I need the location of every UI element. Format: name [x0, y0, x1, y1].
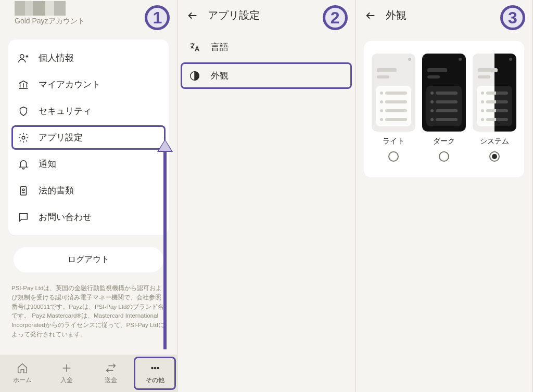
tab-label: 入金 [60, 376, 73, 385]
menu-item-notifications[interactable]: 通知 [8, 151, 169, 177]
pane-appearance: 3 外観 ライト ダーク システム [356, 0, 533, 392]
menu-item-app-settings[interactable]: アプリ設定 [8, 124, 169, 151]
back-icon[interactable] [187, 10, 198, 21]
user-icon [18, 53, 29, 64]
theme-preview-system [473, 54, 516, 132]
logout-button[interactable]: ログアウト [14, 247, 163, 272]
theme-option-dark[interactable]: ダーク [420, 54, 467, 162]
theme-option-light[interactable]: ライト [370, 54, 417, 162]
menu-item-personal[interactable]: 個人情報 [8, 45, 169, 71]
contrast-icon [189, 70, 200, 82]
theme-label: ライト [383, 137, 404, 146]
svg-point-0 [20, 54, 24, 58]
pane-account: 1 Gold Payzアカウント 個人情報 マイアカウント セキュリティ アプリ… [0, 0, 177, 392]
highlight-box [181, 62, 351, 89]
menu-item-label: セキュリティ [39, 105, 92, 117]
gear-icon [18, 132, 29, 143]
tab-send[interactable]: 送金 [88, 355, 133, 392]
settings-menu-card: 個人情報 マイアカウント セキュリティ アプリ設定 通知 法的書類 お問い合わせ [8, 40, 169, 236]
tab-deposit[interactable]: 入金 [44, 355, 88, 392]
step-badge-1: 1 [145, 5, 170, 30]
svg-point-5 [154, 367, 156, 369]
tab-label: 送金 [105, 376, 117, 385]
theme-preview-dark [422, 54, 466, 132]
radio-light[interactable] [388, 151, 399, 162]
transfer-icon [105, 362, 117, 374]
translate-icon [189, 42, 200, 53]
menu-item-security[interactable]: セキュリティ [8, 98, 169, 124]
plus-icon [61, 362, 72, 374]
svg-point-4 [151, 367, 153, 369]
settings-row-appearance[interactable]: 外観 [177, 61, 354, 90]
theme-label: ダーク [433, 137, 455, 146]
svg-point-1 [22, 136, 25, 139]
radio-system[interactable] [489, 151, 500, 162]
menu-item-label: 法的書類 [39, 185, 74, 197]
tab-more[interactable]: その他 [133, 355, 177, 392]
page-title: 外観 [386, 8, 407, 22]
svg-point-6 [157, 367, 159, 369]
theme-label: システム [480, 137, 509, 146]
chat-icon [18, 212, 29, 223]
tab-home[interactable]: ホーム [0, 355, 44, 392]
bottom-tabbar: ホーム 入金 送金 その他 [0, 355, 177, 392]
document-icon [18, 185, 29, 197]
step-badge-2: 2 [323, 5, 348, 30]
back-icon[interactable] [365, 10, 376, 21]
highlight-box [11, 125, 166, 150]
pane-app-settings: 2 アプリ設定 言語 外観 [177, 0, 355, 392]
more-icon [149, 362, 161, 374]
menu-item-contact[interactable]: お問い合わせ [8, 204, 169, 230]
legal-text: PSI-Pay Ltdは、英国の金融行動監視機構から認可および規制を受ける認可済… [0, 272, 177, 339]
menu-item-label: お問い合わせ [39, 211, 92, 223]
menu-item-label: 個人情報 [39, 52, 74, 64]
theme-preview-light [372, 54, 415, 132]
row-label: 言語 [211, 41, 229, 53]
svg-point-3 [22, 189, 24, 191]
page-title: アプリ設定 [208, 8, 260, 22]
menu-item-legal[interactable]: 法的書類 [8, 177, 169, 204]
shield-icon [18, 106, 29, 117]
step-badge-3: 3 [500, 5, 525, 30]
theme-option-system[interactable]: システム [471, 54, 518, 162]
guide-arrow [163, 151, 167, 349]
menu-item-label: マイアカウント [39, 79, 100, 90]
menu-item-label: アプリ設定 [39, 132, 83, 143]
theme-selector-card: ライト ダーク システム [364, 41, 524, 177]
menu-item-label: 通知 [39, 158, 56, 170]
menu-item-account[interactable]: マイアカウント [8, 71, 169, 98]
tab-label: ホーム [13, 376, 32, 385]
home-icon [17, 362, 28, 374]
settings-row-language[interactable]: 言語 [177, 33, 354, 61]
tab-label: その他 [146, 376, 164, 385]
user-name-redacted [15, 1, 66, 16]
bell-icon [18, 159, 29, 170]
row-label: 外観 [211, 70, 229, 82]
radio-dark[interactable] [439, 151, 449, 162]
bank-icon [18, 79, 29, 90]
